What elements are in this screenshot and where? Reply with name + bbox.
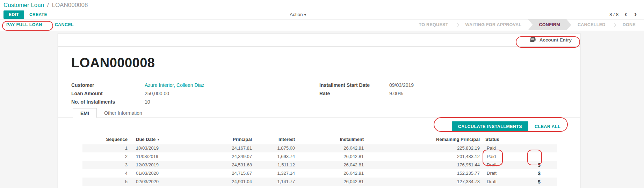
statusbar-step-to-request[interactable]: TO REQUEST [413, 22, 455, 27]
column-header-principal[interactable]: Principal [226, 136, 255, 144]
loan-amount-value: 250,000.00 [145, 91, 319, 96]
cell-installment: 26,042.81 [298, 178, 367, 186]
action-menu[interactable]: Action▾ [290, 12, 306, 17]
column-header-due-date[interactable]: Due Date▼ [133, 136, 226, 144]
pay-installment-icon[interactable]: $ [538, 171, 541, 176]
cell-principal: 25,087.80 [226, 186, 255, 188]
cell-interest: 955.01 [255, 186, 298, 188]
emi-actions: CALCULATE INSTALLMENTS CLEAR ALL [58, 121, 580, 132]
rate-value: 9.00% [389, 91, 414, 96]
create-button[interactable]: CREATE [29, 12, 47, 17]
pay-full-loan-button[interactable]: PAY FULL LOAN [6, 22, 42, 27]
breadcrumb: Customer Loan / LOAN000008 [0, 0, 644, 10]
cell-installment: 26,042.81 [298, 186, 367, 188]
statusbar-arrow-icon [455, 23, 459, 27]
cell-status: Paid [483, 152, 521, 161]
cell-due-date: 02/03/2020 [133, 178, 226, 186]
cell-remaining-principal: 201,483.12 [367, 152, 483, 161]
statusbar-step-waiting-for-approval[interactable]: WAITING FOR APPROVAL [459, 22, 528, 27]
journal-book-icon [530, 37, 536, 43]
cell-principal: 24,901.04 [226, 178, 255, 186]
calculate-installments-button[interactable]: CALCULATE INSTALLMENTS [452, 121, 528, 132]
breadcrumb-separator: / [46, 2, 50, 8]
cell-principal: 24,349.07 [226, 152, 255, 161]
cell-installment: 26,042.81 [298, 169, 367, 178]
pay-installment-icon[interactable]: $ [538, 162, 541, 168]
field-group-right: Installment Start Date 09/03/2019 Rate 9… [319, 81, 414, 106]
content-area: Account Entry LOAN000008 Customer Azure … [0, 31, 644, 188]
cell-principal: 24,167.81 [226, 144, 255, 152]
table-row[interactable]: 5 02/03/2020 24,901.04 1,141.77 26,042.8… [82, 178, 557, 186]
field-group-left: Customer Azure Interior, Colleen Diaz Lo… [71, 81, 319, 106]
cell-installment: 26,042.81 [298, 144, 367, 152]
tab-other-information[interactable]: Other Information [97, 108, 150, 118]
installments-count-label: No. of Installments [71, 99, 145, 105]
cell-interest: 1,327.14 [255, 169, 298, 178]
statusbar-step-cancelled[interactable]: CANCELLED [571, 22, 612, 27]
column-header-installment[interactable]: Installment [298, 136, 367, 144]
cell-status: Draft [483, 169, 521, 178]
cell-sequence: 3 [82, 161, 133, 169]
column-header-remaining-principal[interactable]: Remaining Principal [367, 136, 483, 144]
pager: 8 / 8 ‹ › [609, 11, 638, 18]
customer-value-link[interactable]: Azure Interior, Colleen Diaz [145, 82, 319, 88]
table-row[interactable]: 2 11/03/2019 24,349.07 1,693.74 26,042.8… [82, 152, 557, 161]
pay-installment-icon[interactable]: $ [538, 179, 541, 185]
pager-next-icon[interactable]: › [633, 11, 638, 18]
column-header-sequence[interactable]: Sequence [82, 136, 133, 144]
sort-desc-icon: ▼ [155, 138, 160, 141]
button-box: Account Entry [58, 33, 580, 47]
cell-remaining-principal: 225,832.19 [367, 144, 483, 152]
cell-sequence: 6 [82, 186, 133, 188]
notebook-tabs: EMI Other Information [58, 108, 580, 118]
column-header-status[interactable]: Status [483, 136, 521, 144]
table-row[interactable]: 6 03/03/2020 25,087.80 955.01 26,042.81 … [82, 186, 557, 188]
cancel-button[interactable]: CANCEL [55, 22, 74, 27]
cell-interest: 1,511.12 [255, 161, 298, 169]
table-row[interactable]: 4 01/03/2020 24,715.67 1,327.14 26,042.8… [82, 169, 557, 178]
cell-sequence: 1 [82, 144, 133, 152]
page-title: LOAN000008 [71, 56, 580, 70]
chevron-down-icon: ▾ [303, 13, 306, 17]
installments-table-body: 1 10/03/2019 24,167.81 1,875.00 26,042.8… [82, 144, 557, 188]
statusbar-step-confirm[interactable]: CONFIRM [528, 19, 571, 30]
table-row[interactable]: 1 10/03/2019 24,167.81 1,875.00 26,042.8… [82, 144, 557, 152]
cell-due-date: 10/03/2019 [133, 144, 226, 152]
pager-prev-icon[interactable]: ‹ [623, 11, 628, 18]
cell-due-date: 12/03/2019 [133, 161, 226, 169]
edit-button[interactable]: EDIT [3, 10, 24, 19]
cell-installment: 26,042.81 [298, 152, 367, 161]
cell-interest: 1,141.77 [255, 178, 298, 186]
cell-sequence: 2 [82, 152, 133, 161]
action-menu-label: Action [290, 12, 303, 17]
statusbar-arrow-icon [612, 23, 616, 27]
cell-interest: 1,875.00 [255, 144, 298, 152]
table-row[interactable]: 3 12/03/2019 24,531.68 1,511.12 26,042.8… [82, 161, 557, 169]
cell-status: Paid [483, 144, 521, 152]
cell-action [521, 144, 557, 152]
account-entry-button[interactable]: Account Entry [530, 37, 572, 43]
cell-status: Draft [483, 178, 521, 186]
column-header-interest[interactable]: Interest [255, 136, 298, 144]
cell-status: Draft [483, 186, 521, 188]
cell-due-date: 03/03/2020 [133, 186, 226, 188]
pager-count: 8 / 8 [609, 12, 618, 17]
form-sheet: Account Entry LOAN000008 Customer Azure … [58, 33, 580, 188]
statusbar-step-done[interactable]: DONE [616, 22, 642, 27]
breadcrumb-parent-link[interactable]: Customer Loan [3, 2, 44, 8]
cell-action: $ [521, 169, 557, 178]
statusbar: TO REQUEST WAITING FOR APPROVAL CONFIRM … [413, 20, 644, 30]
cell-remaining-principal: 152,235.77 [367, 169, 483, 178]
rate-label: Rate [319, 91, 389, 96]
cell-interest: 1,693.74 [255, 152, 298, 161]
cell-due-date: 01/03/2020 [133, 169, 226, 178]
cell-principal: 24,715.67 [226, 169, 255, 178]
column-header-action [521, 136, 557, 144]
control-panel: EDIT CREATE Action▾ 8 / 8 ‹ › [0, 10, 644, 19]
cell-remaining-principal: 127,334.73 [367, 178, 483, 186]
clear-all-button[interactable]: CLEAR ALL [535, 124, 560, 129]
cell-sequence: 5 [82, 178, 133, 186]
customer-label: Customer [71, 82, 145, 88]
tab-emi[interactable]: EMI [73, 108, 97, 118]
cell-installment: 26,042.81 [298, 161, 367, 169]
